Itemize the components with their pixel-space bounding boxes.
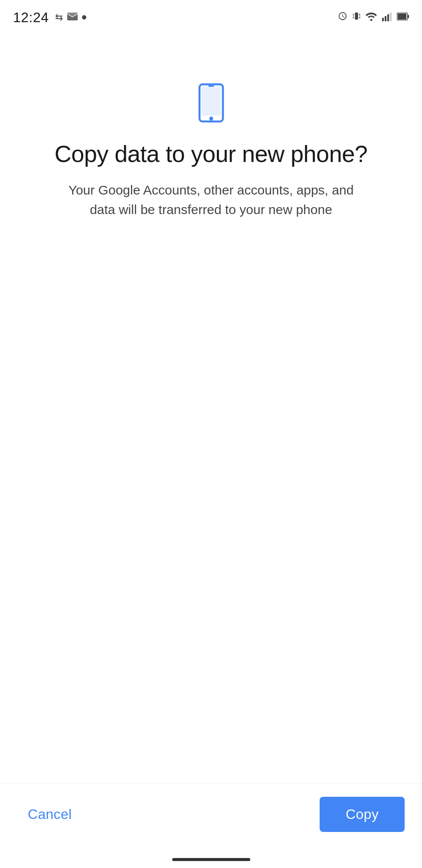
svg-rect-7 <box>385 16 386 21</box>
svg-rect-2 <box>353 17 354 19</box>
svg-rect-4 <box>359 17 360 19</box>
signal-icon <box>382 12 392 23</box>
home-indicator-bar <box>172 858 250 861</box>
arrows-icon: ⇆ <box>55 12 63 23</box>
home-indicator <box>0 854 422 868</box>
status-time: 12:24 <box>13 10 49 26</box>
alarm-icon <box>338 11 347 23</box>
svg-rect-9 <box>390 13 392 21</box>
svg-rect-8 <box>387 14 389 21</box>
bottom-action-bar: Cancel Copy <box>0 783 422 854</box>
notification-dot <box>82 15 86 20</box>
status-bar-right <box>338 11 409 23</box>
svg-rect-14 <box>201 87 221 116</box>
wifi-icon <box>366 12 377 23</box>
page-subtitle: Your Google Accounts, other accounts, ap… <box>59 180 363 219</box>
vibrate-icon <box>353 11 360 23</box>
status-bar-left: 12:24 ⇆ <box>13 10 86 26</box>
svg-rect-6 <box>382 18 384 21</box>
notification-icons: ⇆ <box>55 12 86 23</box>
copy-button[interactable]: Copy <box>320 797 405 832</box>
svg-rect-11 <box>398 13 406 20</box>
phone-icon-wrapper <box>192 83 231 124</box>
battery-icon <box>397 13 409 22</box>
svg-rect-0 <box>355 13 358 20</box>
gmail-icon <box>67 13 78 23</box>
status-bar: 12:24 ⇆ <box>0 0 422 31</box>
svg-point-5 <box>370 19 373 21</box>
cancel-button[interactable]: Cancel <box>17 798 82 831</box>
svg-rect-1 <box>353 14 354 16</box>
phone-icon <box>192 83 231 122</box>
svg-rect-3 <box>359 14 360 16</box>
svg-rect-12 <box>408 15 409 18</box>
page-title: Copy data to your new phone? <box>55 140 368 168</box>
main-content: Copy data to your new phone? Your Google… <box>0 31 422 783</box>
svg-rect-16 <box>208 86 214 87</box>
svg-point-15 <box>209 117 213 121</box>
